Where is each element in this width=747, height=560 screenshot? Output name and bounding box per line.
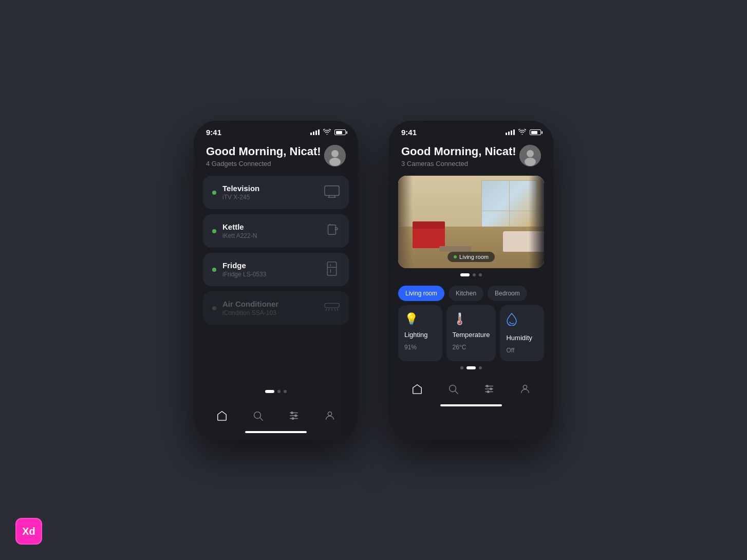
greeting-subtitle-2: 3 Cameras Connected	[401, 160, 516, 167]
phone-1: 9:41	[194, 121, 358, 439]
nav-home-1[interactable]	[211, 404, 233, 427]
nav-search-2[interactable]	[442, 378, 464, 400]
svg-point-2	[329, 158, 341, 166]
greeting-title-2: Good Morning, Nicat!	[401, 145, 516, 158]
bottom-nav-2	[389, 372, 553, 400]
room-label-text: Living room	[459, 254, 489, 260]
ac-icon	[324, 300, 340, 316]
sensor-temperature[interactable]: 🌡️ Temperature 26°C	[446, 305, 496, 361]
tab-bedroom[interactable]: Bedroom	[488, 286, 527, 301]
sensor-value-temperature: 26°C	[453, 344, 490, 351]
nav-controls-2[interactable]	[478, 378, 500, 400]
svg-line-13	[326, 308, 327, 310]
bottom-nav-1	[194, 399, 358, 427]
bottom-dot-2-1	[460, 366, 463, 369]
nav-profile-1[interactable]	[319, 404, 341, 427]
svg-point-30	[450, 385, 456, 392]
device-name-tv: Television	[222, 184, 259, 193]
nav-home-2[interactable]	[406, 378, 428, 400]
device-name-ac: Air Conditioner	[222, 300, 278, 308]
svg-point-26	[328, 412, 331, 416]
device-model-ac: iCondition SSA-103	[222, 309, 278, 316]
camera-dots	[389, 268, 553, 279]
sensor-humidity[interactable]: Humidity Off	[500, 305, 544, 361]
home-indicator-2	[440, 404, 502, 406]
wifi-icon	[323, 129, 331, 136]
svg-point-1	[331, 150, 339, 157]
svg-point-36	[490, 388, 492, 390]
room-tabs: Living room Kitchen Bedroom	[389, 279, 553, 305]
room-status-dot	[454, 255, 457, 258]
phone-header-2: Good Morning, Nicat! 3 Cameras Connected	[389, 140, 553, 176]
device-model-fridge: iFridge LS-0533	[222, 271, 266, 278]
nav-controls-1[interactable]	[283, 404, 305, 427]
bottom-dot-2-2	[466, 366, 476, 369]
device-item-ac[interactable]: Air Conditioner iCondition SSA-103	[203, 291, 349, 325]
sensor-name-humidity: Humidity	[506, 334, 538, 342]
humidity-icon	[506, 312, 538, 329]
signal-icon	[310, 129, 320, 135]
camera-feed: Living room	[398, 176, 544, 268]
page-dots-1	[194, 383, 358, 399]
avatar-1[interactable]	[324, 145, 346, 166]
fridge-icon	[324, 262, 340, 278]
svg-line-17	[337, 308, 338, 310]
device-item-fridge[interactable]: Fridge iFridge LS-0533	[203, 253, 349, 286]
device-status-dot-ac	[212, 306, 216, 310]
nav-search-1[interactable]	[247, 404, 269, 427]
svg-point-38	[523, 385, 527, 389]
status-icons-2	[506, 129, 541, 136]
svg-point-23	[291, 412, 293, 414]
sensor-name-lighting: Lighting	[404, 331, 436, 339]
sensor-lighting[interactable]: 💡 Lighting 91%	[398, 305, 442, 361]
sensor-value-humidity: Off	[506, 347, 538, 354]
device-name-fridge: Fridge	[222, 261, 266, 270]
device-model-tv: iTV X-245	[222, 194, 259, 201]
svg-point-35	[487, 385, 489, 387]
svg-line-16	[334, 308, 335, 310]
dot-1-2	[277, 390, 281, 393]
room-scene: Living room	[398, 176, 544, 268]
avatar-2[interactable]	[519, 145, 541, 166]
svg-line-31	[455, 391, 458, 394]
battery-icon	[334, 129, 346, 135]
svg-line-14	[328, 308, 329, 310]
signal-icon-2	[506, 129, 515, 135]
device-item-tv[interactable]: Television iTV X-245	[203, 176, 349, 209]
svg-point-18	[254, 412, 261, 419]
device-status-dot-tv	[212, 191, 216, 195]
kettle-icon	[324, 223, 340, 239]
status-icons-1	[310, 129, 346, 136]
status-bar-2: 9:41	[389, 121, 553, 140]
svg-rect-12	[325, 303, 339, 307]
device-name-kettle: Kettle	[222, 222, 257, 231]
device-item-kettle[interactable]: Kettle iKett A222-N	[203, 214, 349, 248]
device-list: Television iTV X-245 K	[194, 176, 358, 383]
tab-kitchen[interactable]: Kitchen	[449, 286, 483, 301]
room-label: Living room	[447, 252, 495, 262]
greeting-subtitle-1: 4 Gadgets Connected	[206, 160, 321, 167]
device-model-kettle: iKett A222-N	[222, 232, 257, 239]
svg-rect-3	[325, 186, 339, 196]
camera-dot-2	[473, 273, 476, 276]
camera-dot-3	[479, 273, 482, 276]
wifi-icon-2	[518, 129, 526, 136]
svg-line-19	[260, 418, 263, 420]
nav-profile-2[interactable]	[514, 378, 536, 400]
dot-1-1	[265, 390, 274, 393]
greeting-1: Good Morning, Nicat! 4 Gadgets Connected	[206, 145, 321, 167]
battery-icon-2	[530, 129, 541, 135]
phone-2: 9:41	[389, 121, 553, 439]
svg-point-28	[527, 150, 534, 157]
svg-point-37	[487, 391, 489, 393]
status-bar-1: 9:41	[194, 121, 358, 140]
phone-header-1: Good Morning, Nicat! 4 Gadgets Connected	[194, 140, 358, 176]
sensor-value-lighting: 91%	[404, 344, 436, 351]
sensor-name-temperature: Temperature	[453, 331, 490, 339]
greeting-title-1: Good Morning, Nicat!	[206, 145, 321, 158]
xd-badge: Xd	[15, 518, 42, 545]
sensor-grid: 💡 Lighting 91% 🌡️ Temperature 26°C	[389, 305, 553, 361]
tab-living-room[interactable]: Living room	[398, 286, 444, 301]
bottom-dots-2	[389, 361, 553, 372]
home-indicator-1	[245, 431, 307, 433]
